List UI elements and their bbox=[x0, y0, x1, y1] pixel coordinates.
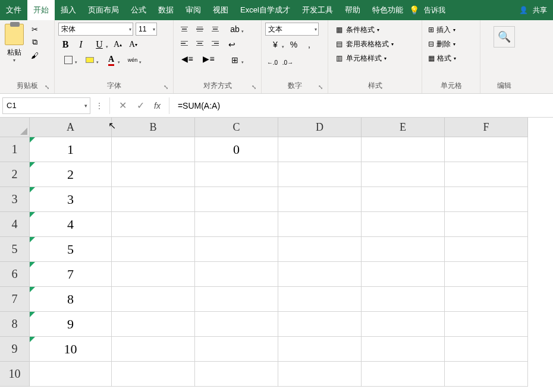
orientation-button[interactable]: ab▾ bbox=[225, 23, 245, 36]
col-header-B[interactable]: B bbox=[112, 118, 195, 137]
phonetic-button[interactable]: wén▾ bbox=[122, 53, 143, 67]
percent-button[interactable]: % bbox=[287, 38, 301, 51]
cell-C10[interactable] bbox=[195, 362, 278, 387]
align-middle-button[interactable] bbox=[193, 23, 207, 36]
select-all-corner[interactable] bbox=[0, 118, 30, 137]
cell-B10[interactable] bbox=[112, 362, 195, 387]
menu-file[interactable]: 文件 bbox=[0, 0, 27, 20]
cell-B7[interactable] bbox=[112, 287, 195, 312]
cell-F7[interactable] bbox=[445, 287, 528, 312]
alignment-launcher[interactable]: ⤡ bbox=[252, 84, 259, 91]
delete-button[interactable]: ⊟ 删除 ▾ bbox=[426, 37, 476, 51]
cell-C2[interactable] bbox=[195, 162, 278, 187]
align-left-button[interactable] bbox=[177, 37, 191, 50]
formula-input[interactable] bbox=[173, 97, 553, 114]
cell-C8[interactable] bbox=[195, 312, 278, 337]
merge-button[interactable]: ⊞▾ bbox=[225, 53, 245, 67]
menu-developer[interactable]: 开发工具 bbox=[296, 0, 339, 20]
cell-C7[interactable] bbox=[195, 287, 278, 312]
menu-home[interactable]: 开始 bbox=[27, 0, 55, 20]
menu-view[interactable]: 视图 bbox=[207, 0, 234, 20]
cell-D6[interactable] bbox=[278, 262, 362, 287]
row-header[interactable]: 7 bbox=[0, 287, 30, 312]
align-bottom-button[interactable] bbox=[208, 23, 222, 36]
name-box[interactable]: C1 ▾ bbox=[2, 97, 90, 114]
cell-C9[interactable] bbox=[195, 337, 278, 362]
number-format-combo[interactable]: 文本 ▾ bbox=[265, 23, 319, 36]
menu-page-layout[interactable]: 页面布局 bbox=[82, 0, 125, 20]
align-top-button[interactable] bbox=[177, 23, 191, 36]
insert-button[interactable]: ⊞ 插入 ▾ bbox=[426, 23, 476, 37]
cell-A6[interactable]: 7 bbox=[30, 262, 112, 287]
cell-D8[interactable] bbox=[278, 312, 362, 337]
cell-F3[interactable] bbox=[445, 187, 528, 212]
row-header[interactable]: 4 bbox=[0, 212, 30, 237]
expand-name-box[interactable]: ⋮ bbox=[93, 101, 106, 110]
copy-button[interactable]: ⧉ bbox=[29, 37, 40, 48]
row-header[interactable]: 1 bbox=[0, 137, 30, 162]
shrink-font-button[interactable]: A▾ bbox=[126, 38, 140, 51]
fill-color-button[interactable]: ▾ bbox=[80, 53, 100, 67]
cell-E3[interactable] bbox=[362, 187, 445, 212]
paste-button[interactable]: 粘贴 ▾ bbox=[4, 23, 25, 78]
cell-F10[interactable] bbox=[445, 362, 528, 387]
cell-B2[interactable] bbox=[112, 162, 195, 187]
cell-B4[interactable] bbox=[112, 212, 195, 237]
menu-insert[interactable]: 插入 bbox=[55, 0, 82, 20]
col-header-F[interactable]: F bbox=[445, 118, 528, 137]
share[interactable]: 👤 共享 bbox=[519, 5, 553, 15]
italic-button[interactable]: I bbox=[74, 38, 88, 51]
font-color-button[interactable]: A▾ bbox=[101, 53, 121, 67]
cell-A10[interactable] bbox=[30, 362, 112, 387]
menu-special[interactable]: 特色功能 bbox=[366, 0, 409, 20]
cell-F8[interactable] bbox=[445, 312, 528, 337]
cell-A7[interactable]: 8 bbox=[30, 287, 112, 312]
increase-indent-button[interactable]: ▶≡ bbox=[199, 52, 219, 65]
cell-D4[interactable] bbox=[278, 212, 362, 237]
wrap-text-button[interactable]: ↩ bbox=[225, 38, 239, 51]
accounting-format-button[interactable]: ¥▾ bbox=[265, 38, 285, 51]
cell-D3[interactable] bbox=[278, 187, 362, 212]
cell-C6[interactable] bbox=[195, 262, 278, 287]
row-header[interactable]: 2 bbox=[0, 162, 30, 187]
cell-A4[interactable]: 4 bbox=[30, 212, 112, 237]
menu-help[interactable]: 帮助 bbox=[339, 0, 366, 20]
border-button[interactable]: ▾ bbox=[58, 53, 78, 67]
cell-E4[interactable] bbox=[362, 212, 445, 237]
cell-C4[interactable] bbox=[195, 212, 278, 237]
cell-D10[interactable] bbox=[278, 362, 362, 387]
col-header-E[interactable]: E bbox=[362, 118, 445, 137]
align-right-button[interactable] bbox=[208, 37, 222, 50]
align-center-button[interactable] bbox=[193, 37, 207, 50]
number-launcher[interactable]: ⤡ bbox=[318, 84, 325, 91]
decrease-indent-button[interactable]: ◀≡ bbox=[177, 52, 197, 65]
cell-D9[interactable] bbox=[278, 337, 362, 362]
increase-decimal-button[interactable]: ←.0 bbox=[265, 56, 279, 69]
cell-D1[interactable] bbox=[278, 137, 362, 162]
cell-styles-button[interactable]: ▥ 单元格样式 ▾ bbox=[332, 51, 418, 65]
cell-A8[interactable]: 9 bbox=[30, 312, 112, 337]
cell-D7[interactable] bbox=[278, 287, 362, 312]
cell-E1[interactable] bbox=[362, 137, 445, 162]
cell-E5[interactable] bbox=[362, 237, 445, 262]
row-header[interactable]: 6 bbox=[0, 262, 30, 287]
row-header[interactable]: 8 bbox=[0, 312, 30, 337]
bold-button[interactable]: B bbox=[58, 38, 73, 51]
underline-button[interactable]: U▾ bbox=[89, 38, 109, 51]
cell-F5[interactable] bbox=[445, 237, 528, 262]
cell-E7[interactable] bbox=[362, 287, 445, 312]
row-header[interactable]: 9 bbox=[0, 337, 30, 362]
cell-A2[interactable]: 2 bbox=[30, 162, 112, 187]
cell-B1[interactable] bbox=[112, 137, 195, 162]
grow-font-button[interactable]: A▴ bbox=[111, 38, 125, 51]
menu-review[interactable]: 审阅 bbox=[180, 0, 207, 20]
format-painter-button[interactable]: 🖌 bbox=[29, 50, 40, 61]
font-launcher[interactable]: ⤡ bbox=[164, 84, 171, 91]
table-format-button[interactable]: ▤ 套用表格格式 ▾ bbox=[332, 37, 418, 51]
cell-F4[interactable] bbox=[445, 212, 528, 237]
cell-F9[interactable] bbox=[445, 337, 528, 362]
cut-button[interactable]: ✂ bbox=[29, 24, 40, 34]
menu-data[interactable]: 数据 bbox=[152, 0, 180, 20]
row-header[interactable]: 10 bbox=[0, 362, 30, 387]
font-size-combo[interactable]: 11 ▾ bbox=[136, 23, 157, 36]
